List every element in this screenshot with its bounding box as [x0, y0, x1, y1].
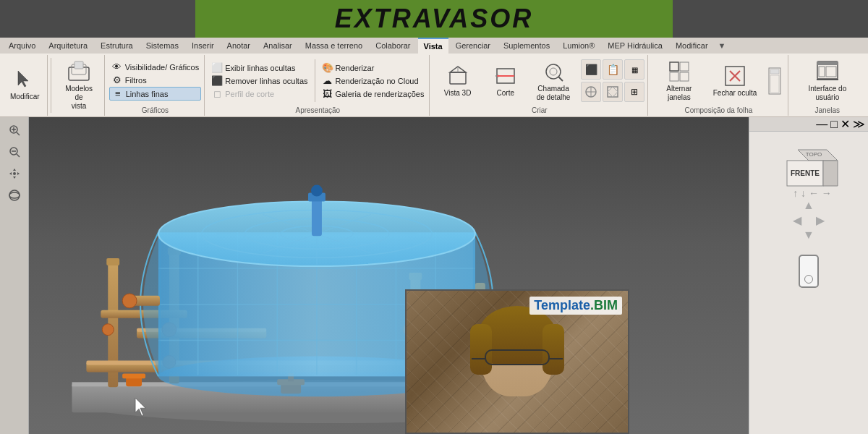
tab-analisar[interactable]: Analisar	[258, 38, 298, 54]
interface-button[interactable]: Interface do usuário	[793, 58, 862, 104]
svg-rect-31	[826, 67, 836, 77]
up-arrow[interactable]: ▲	[803, 199, 814, 212]
apresentacao-label: Apresentação	[209, 105, 426, 114]
tab-mep[interactable]: MEP Hidráulica	[602, 38, 668, 54]
vista3d-icon	[446, 64, 469, 88]
svg-marker-104	[823, 161, 838, 186]
tab-estrutura[interactable]: Estrutura	[95, 38, 139, 54]
bim-suffix: .BIM	[590, 298, 618, 312]
view-cube[interactable]: TOPO FRENTE ↑ ↓ ← →	[783, 146, 834, 193]
composicao-group: Alternar janelas Fechar oculta	[650, 55, 788, 116]
perfil-corte-button[interactable]: ◻ Perfil de corte	[209, 88, 310, 100]
svg-rect-21	[680, 72, 689, 81]
janelas-group: Interface do usuário Janelas	[790, 55, 865, 116]
view-cube-area: TOPO FRENTE ↑ ↓ ← → ▲ ◀ ▶ ▼	[749, 132, 868, 302]
tab-modificar[interactable]: Modificar	[670, 38, 714, 54]
left-arrow[interactable]: ◀	[793, 213, 801, 227]
chamada-label: Chamada de detalhe	[535, 85, 572, 102]
svg-point-12	[550, 68, 557, 75]
renderizar-button[interactable]: 🎨 Renderizar	[320, 61, 427, 74]
person-hair-right	[542, 324, 564, 375]
svg-marker-0	[18, 71, 28, 87]
modify-group: Modificar	[3, 55, 48, 116]
fechar-label: Fechar oculta	[713, 89, 757, 98]
nav-btn-6[interactable]: ⊞	[624, 82, 644, 102]
svg-line-13	[558, 77, 563, 81]
svg-rect-20	[670, 72, 678, 81]
cloud-icon: ☁	[322, 75, 333, 86]
phone-icon-area	[791, 247, 826, 295]
tab-inserir[interactable]: Inserir	[186, 38, 220, 54]
orbit-tool[interactable]	[3, 185, 26, 205]
tab-vista[interactable]: Vista	[418, 38, 448, 54]
corte-button[interactable]: Corte	[482, 62, 529, 100]
svg-text:TOPO: TOPO	[806, 151, 822, 158]
corte-label: Corte	[497, 89, 514, 98]
svg-rect-18	[670, 62, 678, 71]
nav-btn-3[interactable]: ▦	[624, 59, 644, 80]
tab-arquitetura[interactable]: Arquitetura	[43, 38, 93, 54]
nav-btn-5[interactable]	[603, 82, 623, 102]
fechar-button[interactable]: Fechar oculta	[708, 62, 761, 100]
tab-sistemas[interactable]: Sistemas	[140, 38, 184, 54]
corte-icon	[494, 64, 517, 88]
main-viewport[interactable]: Template.BIM	[29, 117, 749, 434]
profile-icon: ◻	[211, 88, 223, 99]
canvas-area: Template.BIM — □ ✕ ≫ TOPO FRENTE	[0, 117, 868, 434]
tab-colaborar[interactable]: Colaborar	[370, 38, 416, 54]
tab-massa-terreno[interactable]: Massa e terreno	[299, 38, 368, 54]
maximize-icon[interactable]: □	[830, 118, 838, 131]
modify-button[interactable]: Modificar	[6, 56, 44, 113]
ribbon: Arquivo Arquitetura Estrutura Sistemas I…	[0, 38, 868, 117]
ribbon-tabs: Arquivo Arquitetura Estrutura Sistemas I…	[0, 38, 868, 54]
svg-rect-68	[122, 373, 145, 378]
tab-suplementos[interactable]: Suplementos	[498, 38, 556, 54]
svg-point-60	[102, 324, 114, 336]
right-arrow[interactable]: ▶	[816, 213, 825, 227]
remover-linhas-button[interactable]: ⬛ Remover linhas ocultas	[209, 75, 310, 87]
nav-btn-2[interactable]: 📋	[603, 59, 623, 80]
vista3d-button[interactable]: Vista 3D	[434, 62, 480, 100]
tab-anotar[interactable]: Anotar	[221, 38, 256, 54]
left-toolbar	[0, 117, 29, 434]
tab-arquivo[interactable]: Arquivo	[3, 38, 41, 54]
svg-point-42	[9, 190, 20, 200]
tab-lumion[interactable]: Lumion®	[557, 38, 600, 54]
expand-icon[interactable]: ≫	[853, 117, 865, 131]
pan-tool[interactable]	[3, 163, 26, 184]
ribbon-content: Modificar Modelos devista	[0, 54, 868, 117]
right-panel-header: — □ ✕ ≫	[749, 117, 868, 132]
chamada-button[interactable]: Chamada de detalhe	[530, 58, 576, 104]
tab-gerenciar[interactable]: Gerenciar	[450, 38, 496, 54]
exibir-linhas-button[interactable]: ⬜ Exibir linhas ocultas	[209, 61, 310, 74]
nav-btn-1[interactable]: ⬛	[581, 59, 601, 80]
graficos-group: 👁 Visibilidade/ Gráficos ⚙ Filtros ≡ Lin…	[106, 55, 205, 116]
composicao-extra[interactable]	[765, 63, 785, 99]
down-arrow[interactable]: ▼	[803, 229, 814, 242]
svg-rect-26	[770, 69, 779, 74]
zoom-in-tool[interactable]	[3, 120, 26, 140]
minimize-icon[interactable]: —	[816, 118, 827, 131]
vista3d-label: Vista 3D	[444, 89, 472, 98]
title-banner: EXTRAVASOR	[0, 0, 868, 38]
svg-rect-89	[312, 197, 322, 237]
zoom-out-tool[interactable]	[3, 142, 26, 162]
nav-arrows: ▲ ◀ ▶ ▼	[793, 199, 825, 242]
visibilidade-button[interactable]: 👁 Visibilidade/ Gráficos	[109, 61, 202, 73]
svg-line-38	[17, 154, 20, 157]
nav-btn-4[interactable]	[581, 82, 601, 102]
models-view-button[interactable]: Modelos devista	[57, 58, 101, 113]
render-cloud-button[interactable]: ☁ Renderização no Cloud	[320, 75, 427, 87]
svg-rect-29	[817, 61, 838, 65]
models-group: Modelos devista	[54, 55, 105, 116]
alternar-button[interactable]: Alternar janelas	[652, 58, 705, 104]
linhas-finas-button[interactable]: ≡ Linhas finas	[109, 87, 202, 101]
galeria-button[interactable]: 🖼 Galeria de renderizações	[320, 88, 427, 100]
ribbon-extra-btn[interactable]: ▼	[718, 41, 726, 50]
filtros-button[interactable]: ⚙ Filtros	[109, 74, 202, 86]
svg-rect-30	[819, 67, 825, 77]
alternar-label: Alternar janelas	[657, 85, 701, 102]
composicao-label: Composição da folha	[652, 105, 784, 114]
close-icon[interactable]: ✕	[841, 117, 850, 131]
graficos-label: Gráficos	[109, 105, 202, 114]
